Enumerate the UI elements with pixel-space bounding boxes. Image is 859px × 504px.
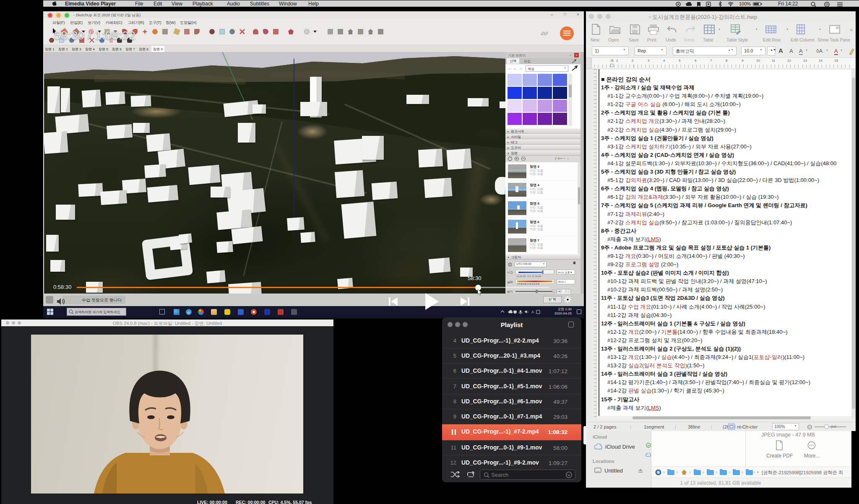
svg-text:A: A: [531, 310, 534, 314]
